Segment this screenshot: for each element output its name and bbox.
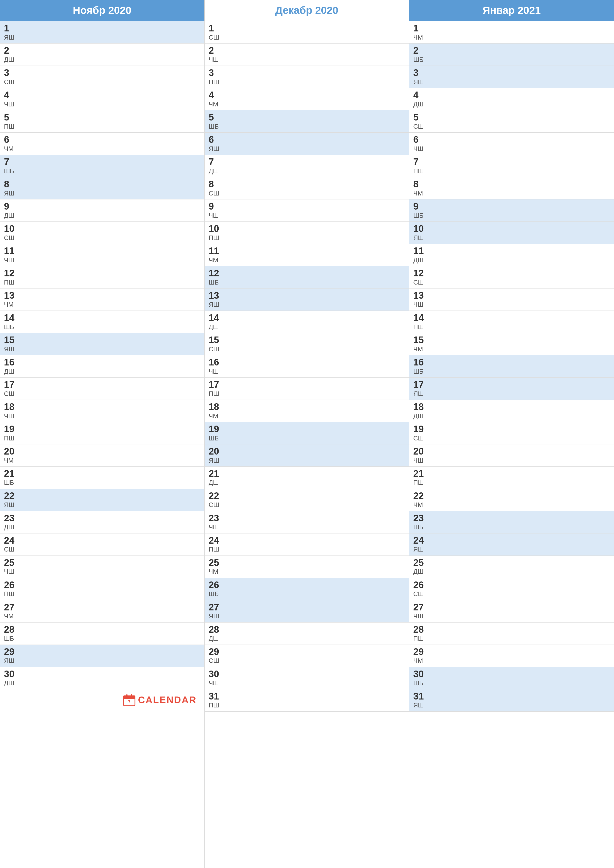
nov-day-17: 17СШ [0, 378, 204, 400]
day-abbr: ПШ [209, 78, 405, 86]
jan-day-22: 22ЧМ [409, 489, 614, 511]
nov-day-3: 3СШ [0, 66, 204, 88]
day-abbr: ШБ [209, 123, 405, 130]
day-number: 10 [4, 224, 200, 234]
day-number: 18 [4, 402, 200, 412]
day-number: 16 [4, 357, 200, 368]
svg-rect-1 [124, 696, 135, 699]
day-abbr: ЧМ [413, 346, 610, 353]
day-number: 6 [4, 135, 200, 145]
day-abbr: СШ [209, 189, 405, 197]
jan-day-18: 18ДШ [409, 400, 614, 422]
day-abbr: ЧМ [413, 34, 610, 41]
day-abbr: ШБ [209, 590, 405, 598]
day-number: 3 [413, 68, 610, 78]
jan-day-5: 5СШ [409, 110, 614, 133]
day-number: 11 [413, 246, 610, 256]
day-number: 26 [209, 580, 405, 591]
day-number: 12 [413, 268, 610, 279]
day-abbr: ЧШ [209, 679, 405, 687]
day-number: 13 [4, 290, 200, 301]
jan-day-23: 23ШБ [409, 511, 614, 533]
calendar-container: Ноябр 2020 Декабр 2020 Январ 2021 1ЯШ2ДШ… [0, 0, 614, 868]
day-number: 21 [209, 469, 405, 479]
day-number: 28 [413, 625, 610, 635]
day-number: 18 [209, 402, 405, 412]
day-number: 9 [413, 202, 610, 212]
day-abbr: ПШ [413, 323, 610, 331]
day-abbr: ЧШ [413, 457, 610, 465]
day-abbr: ПШ [4, 279, 200, 286]
day-abbr: ЯШ [4, 34, 200, 41]
dec-day-16: 16ЧШ [205, 355, 409, 378]
nov-day-14: 14ШБ [0, 311, 204, 333]
day-abbr: ЯШ [209, 301, 405, 308]
day-abbr: ЧМ [209, 568, 405, 575]
day-number: 1 [4, 23, 200, 34]
day-abbr: ДШ [4, 212, 200, 220]
day-abbr: ЯШ [413, 78, 610, 86]
dec-day-18: 18ЧМ [205, 400, 409, 422]
jan-day-16: 16ШБ [409, 355, 614, 378]
day-abbr: СШ [4, 234, 200, 242]
nov-day-25: 25ЧШ [0, 556, 204, 578]
dec-day-28: 28ДШ [205, 623, 409, 645]
nov-day-1: 1ЯШ [0, 21, 204, 43]
nov-day-27: 27ЧМ [0, 600, 204, 623]
day-number: 10 [413, 224, 610, 234]
jan-day-7: 7ПШ [409, 155, 614, 177]
day-number: 31 [413, 691, 610, 702]
jan-day-20: 20ЧШ [409, 444, 614, 467]
day-number: 8 [413, 179, 610, 189]
dec-day-13: 13ЯШ [205, 288, 409, 311]
day-abbr: ДШ [413, 568, 610, 575]
day-abbr: ДШ [413, 256, 610, 264]
day-number: 2 [4, 45, 200, 56]
day-abbr: ЧМ [413, 189, 610, 197]
jan-day-26: 26СШ [409, 578, 614, 600]
dec-day-17: 17ПШ [205, 378, 409, 400]
svg-rect-3 [131, 694, 132, 698]
nov-day-26: 26ПШ [0, 578, 204, 600]
logo-text: CALENDAR [138, 695, 197, 705]
svg-text:7: 7 [128, 700, 131, 704]
day-number: 11 [209, 246, 405, 256]
day-abbr: ЯШ [4, 346, 200, 353]
day-abbr: ЧШ [209, 212, 405, 220]
jan-header: Январ 2021 [409, 0, 614, 21]
jan-day-9: 9ШБ [409, 200, 614, 222]
day-number: 23 [413, 513, 610, 524]
dec-day-24: 24ПШ [205, 533, 409, 556]
jan-day-3: 3ЯШ [409, 66, 614, 88]
jan-day-24: 24ЯШ [409, 533, 614, 556]
day-number: 25 [209, 558, 405, 568]
jan-day-19: 19СШ [409, 422, 614, 444]
day-number: 5 [4, 112, 200, 123]
day-number: 4 [413, 90, 610, 101]
day-number: 22 [413, 491, 610, 501]
day-number: 3 [209, 68, 405, 78]
day-number: 16 [209, 357, 405, 368]
day-abbr: ШБ [4, 167, 200, 175]
dec-day-31: 31ПШ [205, 689, 409, 711]
calendar-logo-cell: 7 CALENDAR [0, 689, 204, 711]
day-number: 25 [4, 558, 200, 568]
day-number: 28 [209, 625, 405, 635]
svg-rect-2 [126, 694, 127, 698]
day-abbr: ШБ [4, 479, 200, 487]
nov-day-6: 6ЧМ [0, 133, 204, 155]
day-number: 5 [413, 112, 610, 123]
day-number: 14 [413, 313, 610, 323]
nov-day-16: 16ДШ [0, 355, 204, 378]
nov-day-9: 9ДШ [0, 200, 204, 222]
day-number: 21 [413, 469, 610, 479]
day-number: 11 [4, 246, 200, 256]
day-number: 27 [413, 602, 610, 613]
day-abbr: СШ [4, 546, 200, 553]
day-abbr: ЯШ [209, 145, 405, 153]
day-number: 20 [413, 446, 610, 457]
day-number: 30 [4, 669, 200, 679]
day-abbr: ШБ [4, 323, 200, 331]
jan-day-30: 30ШБ [409, 667, 614, 689]
jan-day-1: 1ЧМ [409, 21, 614, 43]
